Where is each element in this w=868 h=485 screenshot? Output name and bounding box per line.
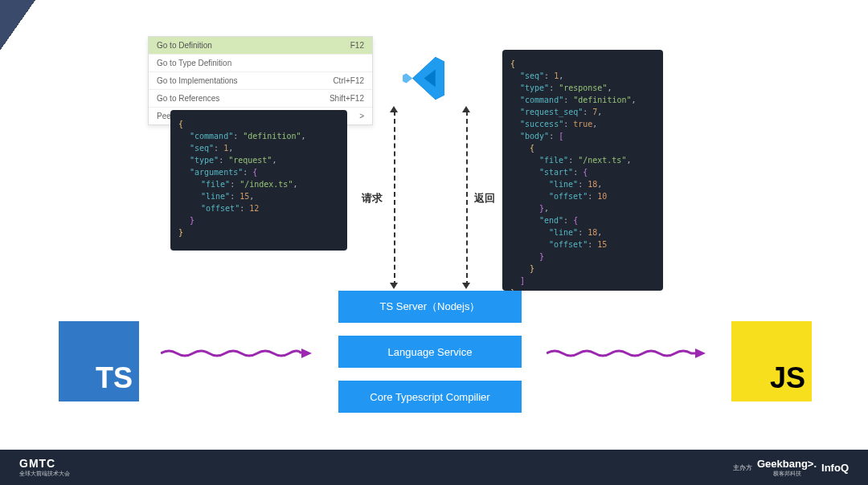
- menu-shortcut: Shift+F12: [330, 94, 364, 103]
- language-service-box: Language Service: [338, 336, 522, 368]
- menu-item-go-to-definition[interactable]: Go to Definition F12: [149, 37, 372, 55]
- arrow-up-icon: [462, 106, 470, 112]
- menu-item-go-to-references[interactable]: Go to References Shift+F12: [149, 90, 372, 108]
- menu-shortcut: F12: [350, 41, 364, 50]
- menu-label: Go to Type Definition: [157, 59, 231, 67]
- menu-label: Go to Implementations: [157, 76, 238, 85]
- geekbang-subtitle: 极客邦科技: [773, 470, 801, 478]
- arrow-down-icon: [462, 283, 470, 289]
- tsserver-box: TS Server（Nodejs）: [338, 291, 522, 323]
- vscode-icon: [402, 56, 446, 100]
- geekbang-logo: Geekbang>.: [757, 458, 817, 470]
- flow-arrow-right: [547, 347, 707, 360]
- menu-item-go-to-type-definition[interactable]: Go to Type Definition: [149, 55, 372, 72]
- flow-arrow-left: [161, 347, 313, 360]
- response-arrow: [466, 111, 468, 286]
- arrow-up-icon: [390, 106, 398, 112]
- request-arrow: [394, 111, 395, 286]
- arrow-down-icon: [390, 283, 398, 289]
- footer-bar: GMTC 全球大前端技术大会 主办方 Geekbang>. 极客邦科技 Info…: [0, 450, 868, 485]
- conference-logo: GMTC: [19, 457, 70, 470]
- response-code-block: { "seq": 1, "type": "response", "command…: [502, 50, 663, 291]
- host-label: 主办方: [733, 463, 752, 472]
- request-label: 请求: [362, 191, 383, 206]
- menu-item-go-to-implementations[interactable]: Go to Implementations Ctrl+F12: [149, 72, 372, 90]
- infoq-logo: InfoQ: [821, 462, 849, 474]
- response-label: 返回: [474, 191, 495, 206]
- menu-shortcut: Ctrl+F12: [333, 76, 364, 85]
- compiler-box: Core Typescript Compilier: [338, 381, 522, 413]
- javascript-logo: JS: [731, 321, 812, 401]
- typescript-logo: TS: [59, 321, 139, 401]
- menu-label: Go to Definition: [157, 41, 212, 50]
- decorative-triangle: [0, 0, 104, 76]
- request-code-block: { "command": "definition", "seq": 1, "ty…: [170, 110, 347, 251]
- menu-label: Go to References: [157, 94, 219, 103]
- conference-subtitle: 全球大前端技术大会: [19, 470, 70, 478]
- menu-shortcut: >: [359, 112, 364, 120]
